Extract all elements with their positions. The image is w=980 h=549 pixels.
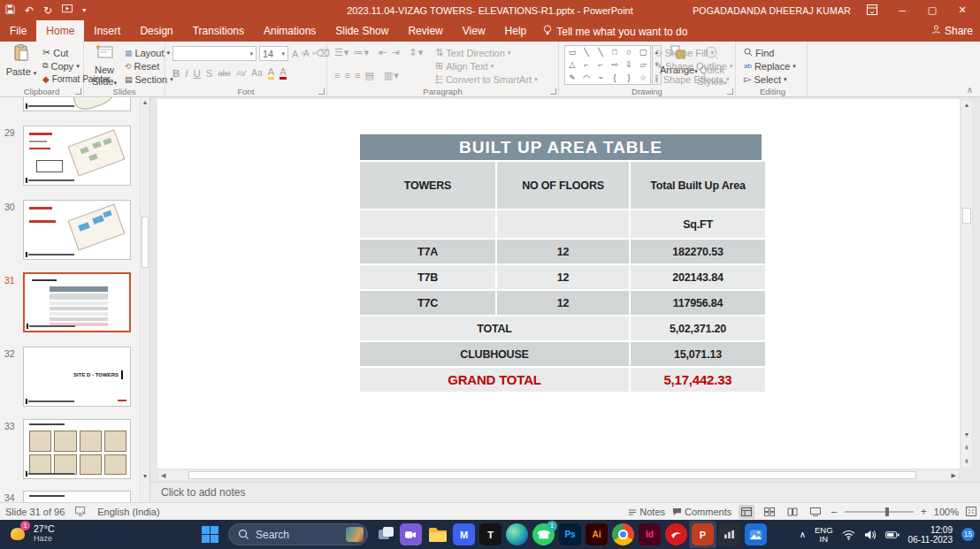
clock-widget[interactable]: 12:09 06-11-2023 xyxy=(908,525,953,545)
tell-me-box[interactable]: Tell me what you want to do xyxy=(536,20,694,42)
edge-browser-icon[interactable] xyxy=(506,523,528,545)
zoom-slider-thumb[interactable] xyxy=(885,507,889,516)
character-spacing-button[interactable]: AV xyxy=(236,69,246,78)
bullets-button[interactable]: ☰▾ xyxy=(334,47,349,57)
tab-review[interactable]: Review xyxy=(398,20,452,42)
wifi-icon[interactable] xyxy=(842,530,855,540)
next-slide-button[interactable]: ⇟ xyxy=(961,458,972,465)
powerpoint-taskbar-icon[interactable]: P xyxy=(692,523,714,545)
redo-icon[interactable]: ↻ xyxy=(43,5,52,16)
reset-button[interactable]: ⟲Reset xyxy=(125,59,159,72)
language-status[interactable]: English (India) xyxy=(97,507,159,517)
thumbnail-slide-31-selected[interactable] xyxy=(23,272,131,332)
shrink-font-button[interactable]: A˅ xyxy=(303,47,316,60)
weather-widget[interactable]: 1 27°C Haze xyxy=(7,522,54,544)
restore-button[interactable]: ▢ xyxy=(923,4,941,16)
notification-badge[interactable]: 15 xyxy=(961,528,975,541)
align-left-button[interactable]: ≡ xyxy=(334,70,341,80)
meet-app-icon[interactable] xyxy=(400,523,422,545)
tab-insert[interactable]: Insert xyxy=(84,20,130,42)
reading-view-button[interactable] xyxy=(785,505,800,519)
account-user-name[interactable]: POGADADANDA DHEERAJ KUMAR xyxy=(693,5,851,16)
normal-view-button[interactable] xyxy=(739,505,754,519)
find-button[interactable]: Find xyxy=(744,46,774,59)
share-button[interactable]: Share xyxy=(931,20,973,42)
thumb-scroll-thumb[interactable] xyxy=(142,217,149,268)
zoom-out-button[interactable]: − xyxy=(831,506,838,519)
bold-button[interactable]: B xyxy=(172,68,180,79)
editor-vertical-scrollbar[interactable]: ▲ ▼ ⇞ ⇟ xyxy=(961,99,973,469)
h-scroll-right-icon[interactable]: ▶ xyxy=(949,470,959,480)
customize-qat-icon[interactable]: ▾ xyxy=(82,7,86,14)
thumb-scroll-up-icon[interactable]: ▲ xyxy=(141,99,149,105)
text-shadow-button[interactable]: S xyxy=(206,68,213,79)
photos-app-icon[interactable] xyxy=(745,523,767,545)
notes-pane[interactable]: Click to add notes xyxy=(150,482,980,502)
paragraph-dialog-launcher[interactable] xyxy=(550,88,556,95)
paste-button[interactable]: Paste ▾ xyxy=(3,44,40,78)
tray-expand-icon[interactable]: ∧ xyxy=(800,530,806,539)
copy-button[interactable]: ⧉Copy▾ xyxy=(42,59,80,72)
increase-indent-button[interactable]: ⇥ xyxy=(391,47,400,57)
indesign-icon[interactable]: Id xyxy=(639,523,661,545)
tab-animations[interactable]: Animations xyxy=(254,20,325,42)
columns-button[interactable]: ▥▾ xyxy=(384,70,400,80)
start-from-beginning-icon[interactable] xyxy=(62,4,73,16)
text-direction-button[interactable]: ⇅Text Direction▾ xyxy=(435,46,510,59)
align-text-button[interactable]: ⊞Align Text▾ xyxy=(435,59,494,72)
comments-toggle-button[interactable]: Comments xyxy=(672,507,731,517)
built-up-area-table[interactable]: BUILT UP AREA TABLE TOWERS NO OF FLOORS … xyxy=(360,134,762,392)
shape-gallery[interactable]: ▭╲╲□○▢ △⌐⌐⇨⇩▱ ✎◠~{}☆ ▲▼≡ xyxy=(564,42,663,90)
clipboard-dialog-launcher[interactable] xyxy=(75,88,81,95)
zoom-in-button[interactable]: + xyxy=(921,506,927,518)
font-dialog-launcher[interactable] xyxy=(318,88,325,95)
shape-outline-button[interactable]: ✎Shape Outline▾ xyxy=(655,59,732,72)
thumbnail-slide-29[interactable] xyxy=(23,126,131,186)
italic-button[interactable]: I xyxy=(185,68,188,79)
font-name-combo[interactable]: ▾ xyxy=(172,46,256,61)
thumbnail-slide-34-partial[interactable] xyxy=(23,491,131,502)
v-scroll-up-icon[interactable]: ▲ xyxy=(961,102,972,108)
align-center-button[interactable]: ≡ xyxy=(344,70,350,80)
change-case-button[interactable]: Aa xyxy=(251,68,262,78)
thumbnail-slide-33[interactable] xyxy=(23,419,131,479)
v-scroll-thumb[interactable] xyxy=(962,208,971,224)
h-scroll-thumb[interactable] xyxy=(188,471,916,479)
cut-button[interactable]: ✂Cut xyxy=(42,46,68,59)
strikethrough-button[interactable]: abc xyxy=(218,69,232,78)
save-icon[interactable] xyxy=(5,4,15,16)
underline-button[interactable]: U xyxy=(194,68,201,79)
decrease-indent-button[interactable]: ⇤ xyxy=(379,47,387,57)
justify-button[interactable]: ▤ xyxy=(364,70,374,80)
chrome-icon[interactable] xyxy=(612,523,634,545)
editor-horizontal-scrollbar[interactable]: ◀ ▶ xyxy=(157,469,960,481)
convert-smartart-button[interactable]: ⬱Convert to SmartArt▾ xyxy=(435,72,538,86)
search-box[interactable]: Search xyxy=(228,523,368,545)
task-view-button[interactable] xyxy=(379,527,394,541)
illustrator-icon[interactable]: Ai xyxy=(586,523,608,545)
new-slide-button[interactable]: New Slide▾ xyxy=(86,44,123,87)
whatsapp-icon[interactable]: ☎ 1 xyxy=(532,523,555,545)
previous-slide-button[interactable]: ⇞ xyxy=(961,445,972,452)
h-scroll-left-icon[interactable]: ◀ xyxy=(158,470,168,480)
slide-sorter-view-button[interactable] xyxy=(762,505,777,519)
fit-slide-to-window-icon[interactable] xyxy=(966,507,976,518)
trend-micro-icon[interactable] xyxy=(665,523,687,545)
undo-icon[interactable]: ↶ xyxy=(25,5,34,16)
zoom-slider[interactable] xyxy=(845,511,914,513)
select-button[interactable]: ▻Select▾ xyxy=(744,72,787,86)
drawing-dialog-launcher[interactable] xyxy=(727,88,733,95)
minimize-button[interactable]: ─ xyxy=(893,5,911,16)
notes-toggle-button[interactable]: Notes xyxy=(628,507,665,517)
shape-effects-button[interactable]: ◐Shape Effects▾ xyxy=(655,72,729,86)
thumbnail-scrollbar[interactable]: ▲ ▼ xyxy=(140,97,149,502)
search-highlight-image[interactable] xyxy=(346,527,364,542)
language-indicator[interactable]: ENGIN xyxy=(815,526,833,544)
line-spacing-button[interactable]: ⇕▾ xyxy=(410,47,425,57)
thumbnail-slide-32[interactable]: SITE D - TOWERS xyxy=(23,347,131,407)
thumbnail-slide-30[interactable] xyxy=(23,200,131,260)
layout-button[interactable]: ▦Layout▾ xyxy=(125,46,170,59)
numbering-button[interactable]: ≔▾ xyxy=(353,47,370,57)
tab-file[interactable]: File xyxy=(0,20,36,42)
thumb-scroll-down-icon[interactable]: ▼ xyxy=(141,473,149,479)
